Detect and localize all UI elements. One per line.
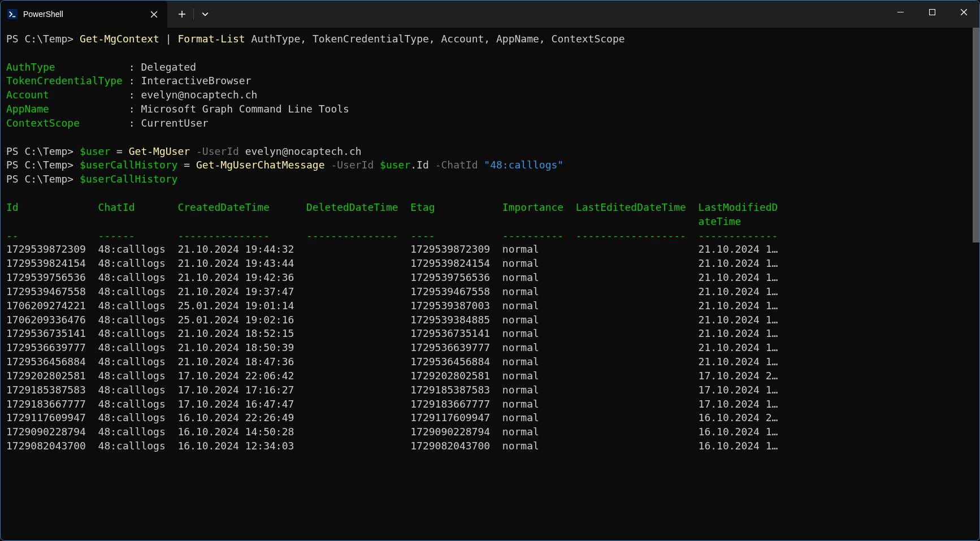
window-controls [884, 1, 979, 23]
tab-controls [167, 1, 220, 28]
titlebar: PowerShell [1, 1, 979, 28]
table-row: 1729536456884 48:calllogs 21.10.2024 18:… [6, 355, 974, 369]
terminal-output[interactable]: PS C:\Temp> Get-MgContext | Format-List … [1, 28, 979, 540]
new-tab-button[interactable] [172, 1, 192, 28]
table-row: 1706209274221 48:calllogs 25.01.2024 19:… [6, 299, 974, 313]
table-row: 1729185387583 48:calllogs 17.10.2024 17:… [6, 383, 974, 397]
table-row: 1729082043700 48:calllogs 16.10.2024 12:… [6, 439, 974, 453]
table-row: 1729090228794 48:calllogs 16.10.2024 14:… [6, 425, 974, 439]
table-row: 1729117609947 48:calllogs 16.10.2024 22:… [6, 411, 974, 425]
table-row: 1729536735141 48:calllogs 21.10.2024 18:… [6, 327, 974, 341]
table-row: 1729183667777 48:calllogs 17.10.2024 16:… [6, 397, 974, 412]
tab-divider [193, 8, 194, 20]
table-row: 1729536639777 48:calllogs 21.10.2024 18:… [6, 341, 974, 355]
table-row: 1729539872309 48:calllogs 21.10.2024 19:… [6, 243, 974, 257]
table-row: 1729202802581 48:calllogs 17.10.2024 22:… [6, 369, 974, 383]
table-row: 1729539467558 48:calllogs 21.10.2024 19:… [6, 285, 974, 299]
svg-rect-6 [929, 9, 935, 15]
tab-dropdown-button[interactable] [195, 1, 215, 28]
tab-title: PowerShell [23, 10, 142, 19]
close-window-button[interactable] [948, 1, 979, 23]
tab-close-button[interactable] [148, 8, 159, 20]
terminal-tab[interactable]: PowerShell [1, 1, 167, 28]
maximize-button[interactable] [916, 1, 948, 23]
powershell-icon [7, 9, 18, 19]
table-row: 1729539824154 48:calllogs 21.10.2024 19:… [6, 257, 974, 271]
table-row: 1729539756536 48:calllogs 21.10.2024 19:… [6, 271, 974, 285]
minimize-button[interactable] [884, 1, 916, 23]
table-row: 1706209336476 48:calllogs 25.01.2024 19:… [6, 313, 974, 327]
